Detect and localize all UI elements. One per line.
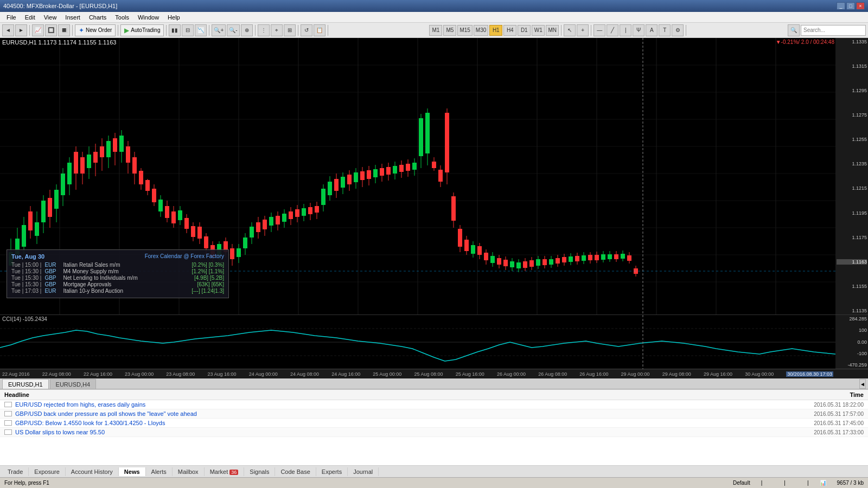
menu-tools[interactable]: Tools [111, 12, 133, 22]
tb-crosshair[interactable]: ⊕ [241, 24, 253, 36]
svg-rect-79 [191, 226, 195, 237]
menu-charts[interactable]: Charts [85, 12, 111, 22]
tab-account-history[interactable]: Account History [66, 467, 119, 476]
svg-rect-209 [614, 254, 618, 259]
menu-help[interactable]: Help [163, 12, 184, 22]
tab-alerts[interactable]: Alerts [146, 467, 173, 476]
tab-experts[interactable]: Experts [316, 467, 348, 476]
svg-rect-71 [165, 206, 169, 218]
tb-chart-line[interactable]: 📉 [195, 24, 207, 36]
tb-chart-bar[interactable]: ▮▮ [169, 24, 181, 36]
news-item-3: US Dollar slips to lows near 95.50 2016.… [0, 428, 868, 437]
tb-crosshair2[interactable]: + [577, 24, 589, 36]
svg-rect-213 [627, 255, 631, 261]
svg-rect-121 [328, 182, 332, 195]
tb-text[interactable]: A [646, 24, 658, 36]
tab-code-base[interactable]: Code Base [275, 467, 316, 476]
toolbar-fwd[interactable]: ► [15, 24, 27, 36]
new-order-button[interactable]: ✦ New Order [75, 24, 116, 36]
svg-rect-61 [132, 157, 137, 174]
tf-w1[interactable]: W1 [532, 25, 545, 36]
tab-news[interactable]: News [119, 467, 146, 476]
tf-mn[interactable]: MN [546, 25, 559, 36]
tab-signals[interactable]: Signals [244, 467, 275, 476]
tf-m1[interactable]: M1 [429, 25, 442, 36]
svg-rect-147 [412, 163, 417, 170]
tb-tools2[interactable]: ⚙ [672, 24, 684, 36]
svg-rect-203 [595, 255, 599, 260]
tb-indicators[interactable]: ⌖ [271, 24, 283, 36]
news-overlay-row-4: Tue | 17:03 | EUR Italian 10-y Bond Auct… [11, 288, 224, 294]
toolbar-back[interactable]: ◄ [2, 24, 14, 36]
svg-rect-51 [100, 146, 104, 157]
auto-trading-button[interactable]: ▶ AutoTrading [120, 24, 164, 36]
svg-rect-163 [464, 240, 469, 251]
news-item-2: GBP/USD: Below 1.4550 look for 1.4300/1.… [0, 419, 868, 428]
chart-tabs-collapse[interactable]: ◄ [859, 379, 866, 389]
toolbar-zoom-in[interactable]: 🔲 [45, 24, 57, 36]
tf-d1[interactable]: D1 [518, 25, 531, 36]
toolbar-zoom-out[interactable]: 🔳 [58, 24, 70, 36]
chart-tab-1[interactable]: EURUSD,H4 [50, 379, 97, 389]
tf-m5[interactable]: M5 [443, 25, 456, 36]
tb-vline[interactable]: | [620, 24, 631, 36]
toolbar-chart-new[interactable]: 📈 [32, 24, 44, 36]
svg-rect-145 [406, 164, 410, 171]
tb-template[interactable]: 📋 [314, 24, 326, 36]
tab-market[interactable]: Market 36 [205, 467, 245, 476]
tb-zoom-in2[interactable]: 🔍+ [212, 24, 226, 36]
window-title: 404500: MFXBroker-Dollar - [EURUSD,H1] [3, 3, 117, 9]
svg-rect-95 [243, 237, 247, 248]
tf-m30[interactable]: M30 [474, 25, 488, 36]
tab-exposure[interactable]: Exposure [29, 467, 65, 476]
tab-trade[interactable]: Trade [2, 467, 29, 476]
menu-file[interactable]: File [2, 12, 21, 22]
news-overlay-row-0: Tue | 15:00 | EUR Italian Retail Sales m… [11, 262, 224, 268]
tab-mailbox[interactable]: Mailbox [173, 467, 205, 476]
svg-rect-69 [158, 200, 163, 211]
tb-fib[interactable]: Ψ [633, 24, 644, 36]
tb-hline[interactable]: — [593, 24, 605, 36]
tf-h4[interactable]: H4 [503, 25, 516, 36]
svg-rect-97 [250, 227, 254, 237]
menu-insert[interactable]: Insert [61, 12, 85, 22]
tb-cursor[interactable]: ↖ [564, 24, 576, 36]
news-table: EUR/USD rejected from highs, erases dail… [0, 400, 868, 465]
chart-area: EURUSD,H1 1.1173 1.1174 1.1155 1.1163 ▼-… [0, 38, 868, 314]
menu-view[interactable]: View [40, 12, 61, 22]
svg-rect-141 [393, 166, 397, 174]
svg-rect-201 [588, 255, 592, 260]
svg-rect-41 [67, 163, 72, 184]
tb-arrow[interactable]: T [659, 24, 671, 36]
chart-tab-0[interactable]: EURUSD,H1 [2, 379, 49, 389]
svg-rect-175 [503, 260, 508, 266]
svg-rect-177 [510, 261, 514, 267]
price-axis: 1.1335 1.1315 1.1295 1.1275 1.1255 1.123… [835, 38, 868, 314]
maximize-button[interactable]: □ [846, 2, 855, 10]
tf-m15[interactable]: M15 [457, 25, 472, 36]
menu-window[interactable]: Window [133, 12, 163, 22]
search-button[interactable]: 🔍 [788, 24, 800, 36]
svg-rect-173 [497, 258, 501, 265]
close-button[interactable]: × [856, 2, 865, 10]
minimize-button[interactable]: _ [837, 2, 845, 10]
menu-edit[interactable]: Edit [21, 12, 40, 22]
tb-period-sep[interactable]: ⋮ [258, 24, 270, 36]
tb-objects[interactable]: ⊞ [284, 24, 296, 36]
svg-rect-143 [399, 165, 404, 172]
window-controls[interactable]: _ □ × [837, 2, 865, 10]
svg-rect-93 [237, 248, 241, 257]
svg-rect-59 [126, 146, 130, 163]
svg-rect-207 [608, 254, 612, 259]
tb-zoom-out2[interactable]: 🔍- [227, 24, 239, 36]
search-input[interactable] [801, 25, 866, 36]
tb-tline[interactable]: ╱ [607, 24, 618, 36]
tb-refresh[interactable]: ↺ [301, 24, 312, 36]
tf-h1[interactable]: H1 [489, 25, 502, 36]
svg-rect-157 [445, 113, 449, 172]
tb-chart-candle[interactable]: ⊟ [182, 24, 194, 36]
tab-journal[interactable]: Journal [348, 467, 379, 476]
svg-rect-35 [48, 198, 52, 217]
svg-rect-53 [106, 141, 111, 157]
svg-rect-127 [347, 175, 352, 184]
